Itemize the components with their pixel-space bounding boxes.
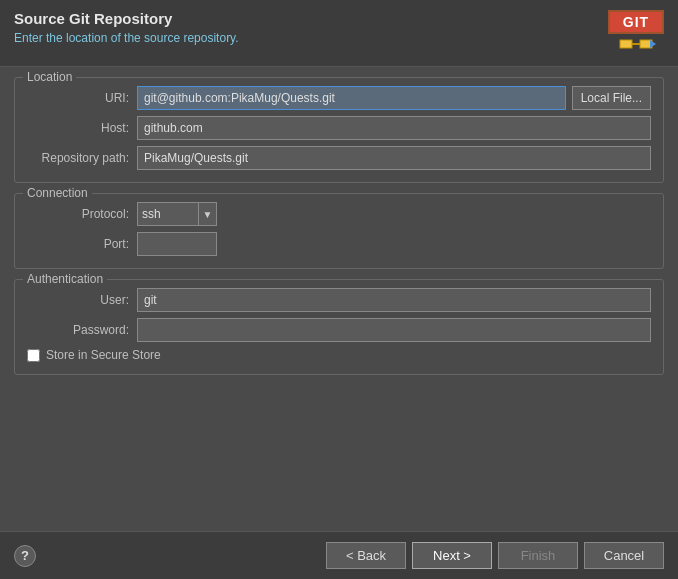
dialog-subtitle: Enter the location of the source reposit… [14,31,239,45]
store-secure-row: Store in Secure Store [27,348,651,362]
repo-path-row: Repository path: [27,146,651,170]
password-input[interactable] [137,318,651,342]
password-row: Password: [27,318,651,342]
dialog-title: Source Git Repository [14,10,239,27]
svg-marker-3 [650,40,656,48]
location-section: Location URI: Local File... Host: Reposi… [14,77,664,183]
footer-buttons: < Back Next > Finish Cancel [326,542,664,569]
uri-label: URI: [27,91,137,105]
uri-row: URI: Local File... [27,86,651,110]
password-label: Password: [27,323,137,337]
next-button[interactable]: Next > [412,542,492,569]
store-secure-label: Store in Secure Store [46,348,161,362]
finish-button[interactable]: Finish [498,542,578,569]
help-button[interactable]: ? [14,545,36,567]
back-button[interactable]: < Back [326,542,406,569]
authentication-section: Authentication User: Password: Store in … [14,279,664,375]
store-secure-checkbox[interactable] [27,349,40,362]
connection-section: Connection Protocol: ssh http https git … [14,193,664,269]
git-logo-text: GIT [608,10,664,34]
dialog-content: Location URI: Local File... Host: Reposi… [0,67,678,531]
host-input[interactable] [137,116,651,140]
svg-rect-0 [620,40,632,48]
protocol-row: Protocol: ssh http https git ▼ [27,202,651,226]
protocol-dropdown-arrow-icon[interactable]: ▼ [198,203,216,225]
repo-path-input[interactable] [137,146,651,170]
user-row: User: [27,288,651,312]
host-label: Host: [27,121,137,135]
authentication-section-title: Authentication [23,272,107,286]
user-input[interactable] [137,288,651,312]
uri-input[interactable] [137,86,566,110]
protocol-label: Protocol: [27,207,137,221]
local-file-button[interactable]: Local File... [572,86,651,110]
host-row: Host: [27,116,651,140]
port-input[interactable] [137,232,217,256]
dialog-footer: ? < Back Next > Finish Cancel [0,531,678,579]
repo-path-label: Repository path: [27,151,137,165]
user-label: User: [27,293,137,307]
protocol-select[interactable]: ssh http https git [138,203,198,225]
port-row: Port: [27,232,651,256]
connection-section-title: Connection [23,186,92,200]
protocol-select-wrapper: ssh http https git ▼ [137,202,217,226]
git-logo: GIT [608,10,664,58]
dialog-header: Source Git Repository Enter the location… [0,0,678,67]
git-logo-connector-icon [616,36,656,52]
port-label: Port: [27,237,137,251]
location-section-title: Location [23,70,76,84]
cancel-button[interactable]: Cancel [584,542,664,569]
